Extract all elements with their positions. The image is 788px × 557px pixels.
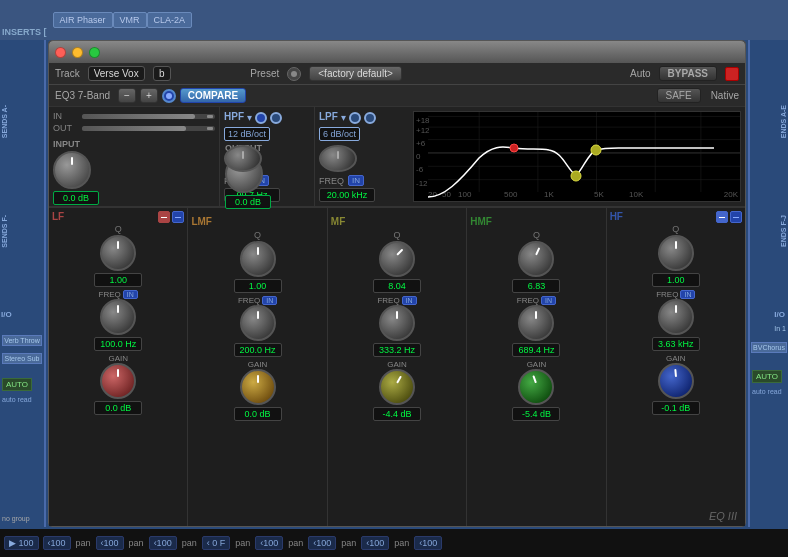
hf-knob[interactable] (658, 299, 694, 335)
hf-btn2[interactable] (730, 211, 742, 223)
lf-gain-knob[interactable] (100, 363, 136, 399)
hmf-in-btn[interactable]: IN (541, 296, 556, 305)
auto-read-left: auto read (2, 396, 32, 403)
hf-label: HF (610, 211, 623, 222)
mf-q-knob[interactable] (379, 241, 415, 277)
eq-graph[interactable]: +18 +12 +6 0 -6 -12 20 50 100 500 1K 5K … (413, 111, 741, 202)
header-row-1: Track Verse Vox b Preset <factory defaul… (49, 63, 745, 85)
hf-gain-knob[interactable] (658, 363, 694, 399)
transport-pan-1: pan (73, 538, 94, 548)
in-1-label: In 1 (774, 325, 786, 332)
hf-freq-label: FREQ (656, 290, 678, 299)
verb-throw[interactable]: Verb Throw (2, 335, 42, 346)
lf-label: LF (52, 211, 64, 222)
hpf-knob[interactable] (224, 145, 262, 172)
transport-counter: ▶ 100 (4, 536, 39, 550)
hmf-knob[interactable] (518, 305, 554, 341)
auto-label: Auto (630, 68, 651, 79)
hmf-gain-label: GAIN (527, 360, 547, 369)
mf-freq-label: FREQ (377, 296, 399, 305)
lf-btn2[interactable] (172, 211, 184, 223)
lpf-dropdown-arrow[interactable]: ▾ (341, 112, 346, 123)
svg-point-12 (571, 171, 581, 181)
out-label: OUT (53, 123, 78, 133)
eq-name: EQ3 7-Band (55, 90, 110, 101)
plus-button[interactable]: + (140, 88, 158, 103)
hpf-circle1[interactable] (255, 112, 267, 124)
bypass-button[interactable]: BYPASS (659, 66, 717, 81)
lf-in-btn[interactable]: IN (123, 290, 138, 299)
mf-knob[interactable] (379, 305, 415, 341)
transport-item-2[interactable]: ‹100 (96, 536, 124, 550)
transport-item-6[interactable]: ‹100 (308, 536, 336, 550)
lpf-label: LPF (319, 111, 338, 122)
transport-item-8[interactable]: ‹100 (414, 536, 442, 550)
compare-button[interactable]: COMPARE (180, 88, 246, 103)
hmf-gain-knob[interactable] (518, 369, 554, 405)
lf-q-knob[interactable] (100, 235, 136, 271)
lf-q-label: Q (115, 224, 122, 234)
transport-pan-7: pan (391, 538, 412, 548)
lpf-rate-display: 6 dB/oct (319, 127, 360, 141)
hpf-label: HPF (224, 111, 244, 122)
io-section: IN OUT (49, 107, 745, 207)
stereo-sub[interactable]: Stereo Sub (2, 353, 42, 364)
lmf-knob[interactable] (240, 305, 276, 341)
mf-in-btn[interactable]: IN (402, 296, 417, 305)
plugin-slot-air[interactable]: AIR Phaser (53, 12, 113, 28)
lf-q-value: 1.00 (94, 273, 142, 287)
track-name[interactable]: Verse Vox (88, 66, 145, 81)
transport-bar: ▶ 100 ‹100 pan ‹100 pan ‹100 pan ‹ 0 F p… (0, 529, 788, 557)
hmf-freq-value: 689.4 Hz (512, 343, 560, 357)
hf-in-btn[interactable]: IN (680, 290, 695, 299)
close-button[interactable] (55, 47, 66, 58)
safe-button[interactable]: SAFE (657, 88, 701, 103)
hf-q-label: Q (672, 224, 679, 234)
mf-gain-value: -4.4 dB (373, 407, 421, 421)
lpf-circle1[interactable] (349, 112, 361, 124)
left-channel-strip: SENDS A- SENDS F- I/O Verb Throw Stereo … (0, 40, 46, 527)
hmf-freq-label: FREQ (517, 296, 539, 305)
hpf-circle2[interactable] (270, 112, 282, 124)
transport-item-3[interactable]: ‹100 (149, 536, 177, 550)
plugin-slot-cla[interactable]: CLA-2A (147, 12, 193, 28)
lmf-in-btn[interactable]: IN (262, 296, 277, 305)
lpf-circle2[interactable] (364, 112, 376, 124)
lpf-knob[interactable] (319, 145, 357, 172)
plugin-slot-vmr[interactable]: VMR (113, 12, 147, 28)
lf-knob[interactable] (100, 299, 136, 335)
transport-item-5[interactable]: ‹100 (255, 536, 283, 550)
lmf-q-knob[interactable] (240, 241, 276, 277)
chorus-label[interactable]: BVChorus (751, 342, 787, 353)
lmf-gain-knob[interactable] (240, 369, 276, 405)
transport-item-4[interactable]: ‹ 0 F (202, 536, 231, 550)
io-label-right: I/O (774, 310, 785, 319)
mf-gain-knob[interactable] (379, 369, 415, 405)
transport-item-1[interactable]: ‹100 (43, 536, 71, 550)
lmf-freq-value: 200.0 Hz (234, 343, 282, 357)
lmf-label: LMF (191, 216, 212, 227)
sends-a-label: SENDS A- (1, 105, 8, 138)
hmf-q-knob[interactable] (518, 241, 554, 277)
lf-btn1[interactable] (158, 211, 170, 223)
transport-item-7[interactable]: ‹100 (361, 536, 389, 550)
lpf-in-button[interactable]: IN (348, 175, 364, 186)
no-group-label: no group (2, 515, 30, 522)
preset-dropdown-circle[interactable] (287, 67, 301, 81)
hf-btn1[interactable] (716, 211, 728, 223)
lmf-band-panel: LMF Q 1.00 FREQ IN 200.0 Hz GAIN (188, 208, 327, 526)
track-suffix[interactable]: b (153, 66, 171, 81)
compare-circle[interactable] (162, 89, 176, 103)
preset-value[interactable]: <factory default> (309, 66, 402, 81)
minimize-button[interactable] (72, 47, 83, 58)
hf-freq-value: 3.63 kHz (652, 337, 700, 351)
minus-button[interactable]: − (118, 88, 136, 103)
input-knob[interactable] (53, 151, 91, 189)
input-value: 0.0 dB (53, 191, 99, 205)
hf-q-knob[interactable] (658, 235, 694, 271)
lpf-section: LPF ▾ 6 dB/oct FREQ IN 20.00 kHz (314, 107, 409, 206)
header-row-2: EQ3 7-Band − + COMPARE SAFE Native (49, 85, 745, 107)
maximize-button[interactable] (89, 47, 100, 58)
hpf-dropdown-arrow[interactable]: ▾ (247, 112, 252, 123)
sends-fj-label: ENDS F-J (780, 215, 787, 247)
